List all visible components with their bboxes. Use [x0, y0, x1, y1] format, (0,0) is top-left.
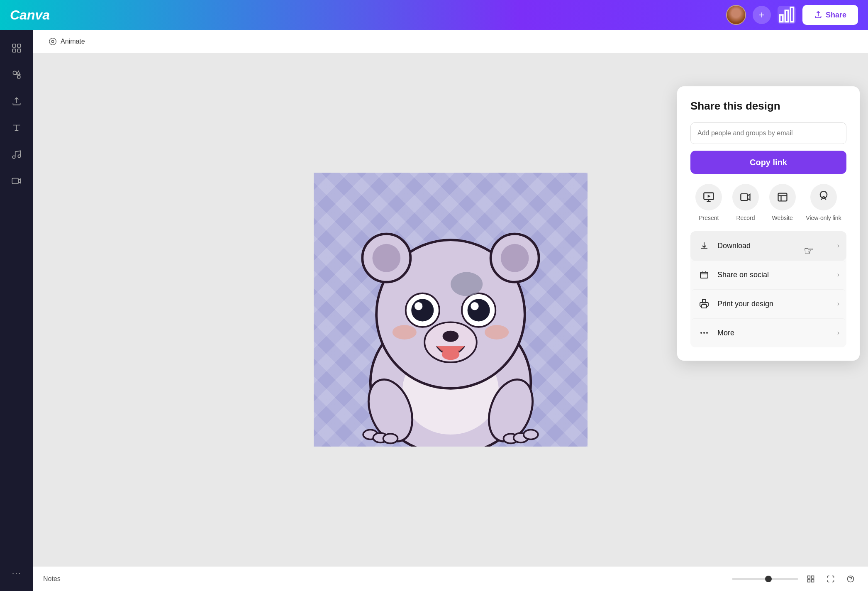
avatar[interactable]	[726, 5, 746, 25]
canva-logo: Canva	[10, 7, 719, 23]
share-panel: Share this design Copy link Present	[677, 86, 860, 361]
svg-rect-52	[812, 579, 814, 582]
website-icon	[769, 184, 796, 210]
more-dots-icon: ···	[12, 568, 22, 578]
zoom-thumb	[765, 576, 772, 582]
canvas-area: Animate	[33, 30, 868, 591]
share-option-record[interactable]: Record	[732, 184, 759, 221]
zoom-slider[interactable]	[732, 578, 798, 580]
share-social-icon	[697, 268, 711, 281]
elements-icon	[11, 69, 22, 80]
svg-point-7	[13, 71, 17, 75]
header: Canva + Share	[0, 0, 868, 30]
more-action[interactable]: More ›	[690, 318, 846, 347]
svg-rect-42	[778, 193, 787, 201]
fullscreen-button[interactable]	[823, 571, 838, 586]
download-action[interactable]: Download ›	[690, 231, 846, 260]
canvas-content: Share this design Copy link Present	[33, 53, 868, 566]
svg-point-47	[703, 332, 705, 334]
sidebar-item-audio[interactable]	[5, 143, 28, 166]
svg-point-30	[451, 272, 483, 296]
svg-rect-49	[808, 576, 810, 578]
svg-point-21	[414, 302, 422, 310]
share-options-row: Present Record	[690, 184, 846, 221]
svg-point-29	[485, 325, 509, 339]
svg-rect-0	[780, 15, 783, 22]
view-only-label: View-only link	[806, 215, 841, 221]
svg-point-38	[524, 430, 538, 439]
main-layout: ··· Animate	[0, 30, 868, 591]
share-option-website[interactable]: Website	[769, 184, 796, 221]
svg-rect-50	[812, 576, 814, 578]
canvas-toolbar: Animate	[33, 30, 868, 53]
svg-rect-8	[17, 76, 20, 78]
svg-rect-4	[17, 44, 21, 47]
zoom-controls	[732, 571, 858, 586]
email-input[interactable]	[690, 122, 846, 144]
svg-rect-1	[785, 10, 788, 22]
share-social-chevron: ›	[837, 271, 839, 278]
stats-button[interactable]	[778, 6, 796, 24]
sidebar-item-video[interactable]	[5, 169, 28, 193]
design-canvas[interactable]	[314, 173, 588, 447]
grid-icon	[807, 575, 815, 583]
text-icon	[11, 122, 22, 133]
svg-rect-43	[700, 272, 708, 278]
download-icon	[697, 239, 711, 252]
svg-rect-44	[702, 305, 707, 308]
svg-point-18	[501, 244, 529, 272]
svg-point-27	[442, 349, 460, 360]
more-icon	[697, 326, 711, 339]
header-actions: + Share	[726, 5, 858, 25]
audio-icon	[11, 149, 22, 160]
design-icon	[11, 43, 22, 54]
share-panel-title: Share this design	[690, 100, 846, 112]
present-label: Present	[699, 215, 719, 221]
help-button[interactable]	[843, 571, 858, 586]
sidebar-item-text[interactable]	[5, 116, 28, 139]
more-label: More	[717, 329, 831, 337]
help-icon	[846, 575, 855, 583]
print-icon	[697, 297, 711, 310]
video-icon	[11, 176, 22, 186]
record-label: Record	[736, 215, 755, 221]
svg-point-46	[700, 332, 702, 334]
uploads-icon	[11, 96, 22, 107]
avatar-image	[727, 6, 745, 24]
bottom-bar: Notes	[33, 566, 868, 591]
view-only-icon	[810, 184, 837, 210]
notes-button[interactable]: Notes	[43, 575, 61, 583]
sidebar-item-elements[interactable]	[5, 63, 28, 86]
share-option-view-only[interactable]: View-only link	[806, 184, 841, 221]
svg-point-16	[373, 244, 401, 272]
sidebar: ···	[0, 30, 33, 591]
animate-button[interactable]: Animate	[41, 34, 92, 49]
svg-rect-41	[741, 194, 747, 200]
svg-point-26	[443, 331, 459, 342]
print-action[interactable]: Print your design ›	[690, 289, 846, 318]
share-actions: Download › Share on social ›	[690, 231, 846, 347]
svg-rect-2	[790, 7, 793, 22]
svg-point-48	[706, 332, 708, 334]
share-button[interactable]: Share	[802, 5, 858, 25]
svg-rect-3	[12, 44, 16, 47]
record-icon	[732, 184, 759, 210]
copy-link-button[interactable]: Copy link	[690, 151, 846, 174]
share-social-action[interactable]: Share on social ›	[690, 260, 846, 289]
svg-rect-5	[12, 49, 16, 52]
sidebar-item-uploads[interactable]	[5, 90, 28, 113]
add-people-button[interactable]: +	[753, 6, 771, 24]
present-icon	[695, 184, 722, 210]
share-option-present[interactable]: Present	[695, 184, 722, 221]
sidebar-item-design[interactable]	[5, 37, 28, 60]
svg-point-20	[411, 299, 434, 321]
bear-illustration	[330, 206, 571, 447]
svg-point-10	[49, 38, 56, 45]
grid-view-button[interactable]	[803, 571, 818, 586]
sidebar-more[interactable]: ···	[5, 561, 28, 584]
download-label: Download	[717, 242, 831, 250]
print-label: Print your design	[717, 300, 831, 308]
download-chevron: ›	[837, 242, 839, 249]
more-chevron: ›	[837, 329, 839, 337]
svg-point-35	[383, 434, 398, 443]
